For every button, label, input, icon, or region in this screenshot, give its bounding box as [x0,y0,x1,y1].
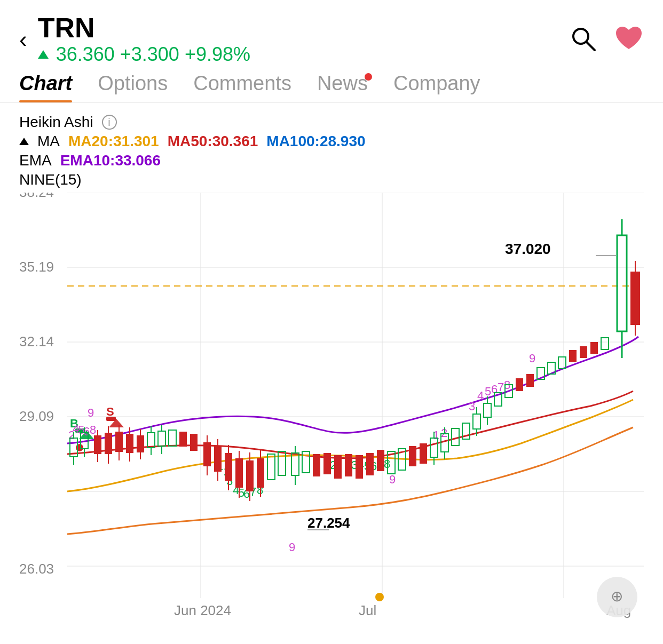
price-change: +3.300 [120,43,179,66]
ma-values: MA20:31.301 MA50:30.361 MA100:28.930 [68,133,366,150]
svg-text:Jul: Jul [359,602,376,618]
svg-text:9: 9 [289,540,295,554]
svg-rect-83 [257,458,264,488]
chart-container: Heikin Ashi i MA MA20:31.301 MA50:30.361… [0,103,663,635]
svg-rect-147 [601,338,609,349]
svg-text:35.19: 35.19 [19,259,54,275]
svg-rect-36 [94,435,101,454]
svg-text:9: 9 [529,352,535,365]
svg-text:37.020: 37.020 [505,241,551,257]
svg-text:Jun 2024: Jun 2024 [174,602,231,618]
svg-line-1 [587,42,595,50]
ma-label: MA [37,133,60,150]
svg-rect-71 [214,446,222,472]
tab-news[interactable]: News [317,72,368,102]
svg-rect-68 [203,442,211,466]
svg-rect-105 [345,454,352,476]
svg-rect-144 [569,350,577,362]
svg-text:32.14: 32.14 [19,333,54,349]
svg-text:27.254: 27.254 [307,515,350,531]
svg-rect-97 [334,455,342,479]
chart-type-label: Heikin Ashi [19,114,93,131]
svg-rect-80 [246,460,254,491]
svg-rect-139 [526,374,534,387]
svg-rect-133 [484,403,491,417]
svg-rect-138 [516,378,523,391]
svg-rect-42 [115,432,123,452]
svg-text:5: 5 [485,385,491,398]
news-notification-dot [365,73,372,81]
ma-row: MA MA20:31.301 MA50:30.361 MA100:28.930 [19,133,644,150]
svg-rect-58 [179,432,187,447]
svg-text:29.09: 29.09 [19,408,54,424]
svg-rect-146 [590,342,598,354]
ema-label: EMA [19,152,52,169]
svg-rect-151 [630,272,640,325]
svg-rect-143 [558,357,566,369]
tab-chart[interactable]: Chart [19,72,72,102]
svg-rect-112 [409,446,416,466]
svg-rect-51 [147,433,155,448]
nine-row: NINE(15) [19,171,644,188]
svg-rect-54 [158,431,165,446]
heikin-ashi-row: Heikin Ashi i [19,114,644,131]
svg-rect-39 [105,433,112,454]
svg-rect-130 [473,414,480,429]
svg-rect-87 [278,451,286,475]
header: ‹ TRN 36.360 +3.300 +9.98% [0,0,663,72]
svg-text:26.03: 26.03 [19,561,54,577]
svg-text:9: 9 [389,473,396,486]
ma50-value: MA50:30.361 [168,133,258,150]
ma100-value: MA100:28.930 [266,133,365,150]
ticker-price: 36.360 +3.300 +9.98% [38,43,250,66]
price-change-pct: +9.98% [185,43,250,66]
ticker-info: TRN 36.360 +3.300 +9.98% [38,13,250,66]
ma-triangle-icon [19,138,29,145]
header-right [569,25,644,54]
svg-rect-59 [190,434,198,451]
svg-rect-95 [313,454,320,476]
svg-rect-106 [356,455,363,479]
search-button[interactable] [569,25,597,54]
tab-options[interactable]: Options [98,72,168,102]
back-button[interactable]: ‹ [19,28,27,51]
svg-rect-145 [580,346,587,358]
indicators: Heikin Ashi i MA MA20:31.301 MA50:30.361… [19,114,644,188]
svg-rect-148 [617,235,627,331]
svg-rect-45 [126,434,133,453]
nine-label: NINE(15) [19,171,82,188]
svg-rect-77 [235,458,243,488]
svg-rect-107 [366,453,374,475]
svg-rect-74 [225,453,232,481]
tab-company[interactable]: Company [393,72,480,102]
chart-svg: 38.24 35.19 32.14 29.09 26.03 B [19,193,644,630]
svg-rect-96 [323,453,331,474]
ticker-symbol: TRN [38,13,250,43]
ema10-value: EMA10:33.066 [60,152,161,169]
svg-rect-113 [420,443,427,464]
favorite-button[interactable] [614,25,644,54]
tabs: Chart Options Comments News Company [0,72,663,103]
svg-text:3: 3 [469,400,475,413]
candlestick-chart[interactable]: 38.24 35.19 32.14 29.09 26.03 B [19,193,644,630]
info-button[interactable]: i [102,115,117,130]
ma20-value: MA20:31.301 [68,133,159,150]
svg-rect-86 [267,454,275,480]
svg-text:⊕: ⊕ [611,588,623,605]
svg-rect-108 [377,450,384,471]
svg-rect-48 [137,435,144,452]
ema-row: EMA EMA10:33.066 [19,152,644,169]
price-value: 36.360 [56,43,115,66]
tab-comments[interactable]: Comments [193,72,291,102]
svg-text:38.24: 38.24 [19,193,54,200]
svg-text:7: 7 [498,380,504,394]
svg-text:8: 8 [90,423,96,436]
svg-text:9: 9 [88,406,94,419]
svg-rect-57 [169,430,176,446]
svg-point-158 [375,593,384,601]
svg-text:4: 4 [477,389,484,402]
header-left: ‹ TRN 36.360 +3.300 +9.98% [19,13,250,66]
svg-text:S: S [106,405,114,418]
price-up-arrow [38,50,49,59]
